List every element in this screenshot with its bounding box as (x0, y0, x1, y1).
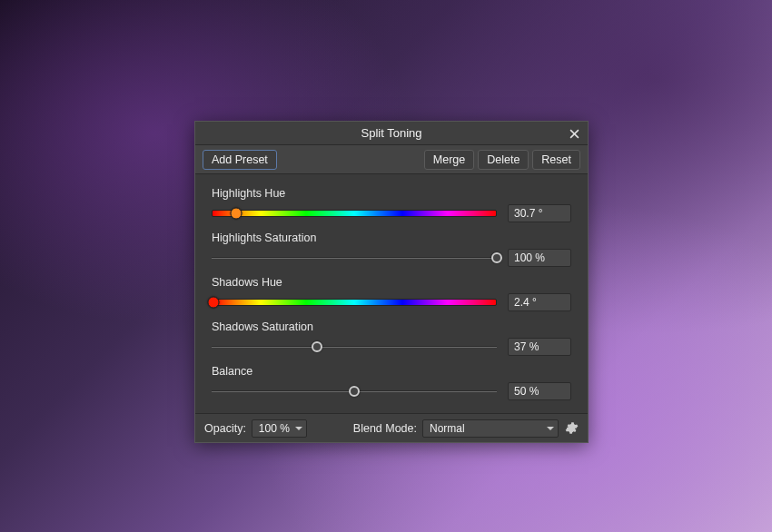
highlights-hue-slider[interactable] (212, 207, 497, 220)
opacity-select[interactable]: 100 % (252, 419, 307, 438)
blend-mode-select[interactable]: Normal (422, 419, 559, 438)
shadows-saturation-label: Shadows Saturation (212, 320, 571, 333)
shadows-hue-value[interactable]: 2.4 ° (508, 293, 571, 311)
opacity-label: Opacity: (204, 422, 246, 435)
shadows-hue-thumb[interactable] (208, 297, 220, 309)
balance-slider[interactable] (212, 385, 497, 398)
delete-button[interactable]: Delete (478, 150, 529, 170)
highlights-saturation-slider[interactable] (212, 251, 497, 264)
settings-button[interactable] (564, 421, 579, 436)
add-preset-button[interactable]: Add Preset (203, 150, 277, 170)
shadows-hue-slider[interactable] (212, 296, 497, 309)
shadows-hue-row: Shadows Hue 2.4 ° (212, 276, 571, 311)
highlights-hue-thumb[interactable] (230, 208, 242, 220)
caret-down-icon (547, 427, 554, 430)
shadows-saturation-row: Shadows Saturation 37 % (212, 320, 571, 356)
opacity-value: 100 % (259, 422, 290, 435)
highlights-hue-label: Highlights Hue (212, 187, 571, 200)
highlights-saturation-thumb[interactable] (491, 252, 502, 263)
panel-title: Split Toning (361, 126, 422, 140)
titlebar: Split Toning (195, 122, 588, 145)
close-icon (569, 129, 579, 139)
balance-value[interactable]: 50 % (508, 382, 571, 400)
shadows-saturation-slider[interactable] (212, 340, 497, 353)
gear-icon (565, 421, 579, 435)
footer: Opacity: 100 % Blend Mode: Normal (195, 413, 588, 442)
balance-label: Balance (212, 365, 571, 378)
toolbar: Add Preset Merge Delete Reset (195, 145, 588, 174)
blend-mode-value: Normal (430, 422, 465, 435)
shadows-hue-label: Shadows Hue (212, 276, 571, 289)
reset-button[interactable]: Reset (532, 150, 580, 170)
merge-button[interactable]: Merge (424, 150, 474, 170)
shadows-saturation-value[interactable]: 37 % (508, 338, 571, 356)
balance-thumb[interactable] (349, 386, 360, 397)
shadows-saturation-thumb[interactable] (312, 341, 322, 352)
highlights-hue-value[interactable]: 30.7 ° (508, 204, 571, 222)
split-toning-panel: Split Toning Add Preset Merge Delete Res… (194, 121, 589, 443)
highlights-saturation-value[interactable]: 100 % (508, 249, 571, 267)
highlights-saturation-row: Highlights Saturation 100 % (212, 232, 571, 267)
caret-down-icon (295, 427, 302, 430)
close-button[interactable] (566, 125, 582, 142)
highlights-hue-row: Highlights Hue 30.7 ° (212, 187, 571, 222)
blend-mode-label: Blend Mode: (353, 422, 417, 435)
panel-body: Highlights Hue 30.7 ° Highlights Saturat… (195, 174, 588, 413)
highlights-saturation-label: Highlights Saturation (212, 232, 571, 244)
balance-row: Balance 50 % (212, 365, 571, 400)
